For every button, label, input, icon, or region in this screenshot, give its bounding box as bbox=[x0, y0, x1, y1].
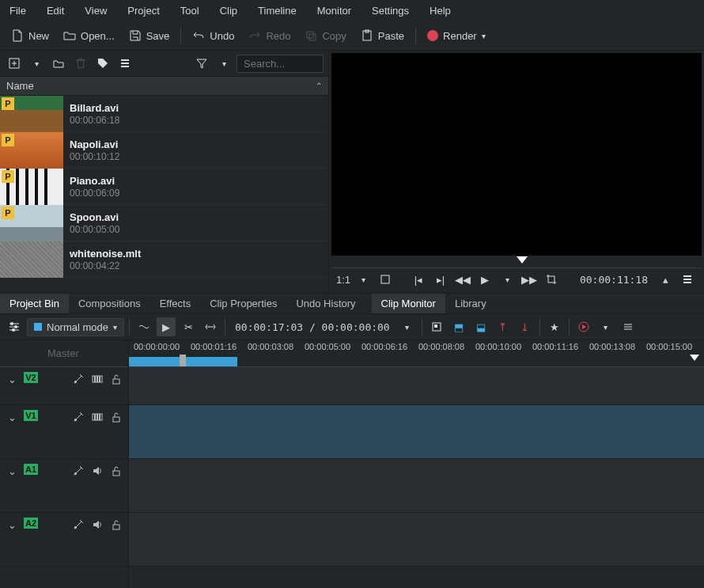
monitor-timecode[interactable]: 00:00:11:18 bbox=[575, 274, 653, 286]
monitor-menu-button[interactable] bbox=[678, 270, 697, 289]
extract-button[interactable]: ⤒ bbox=[494, 317, 513, 336]
tab-undo-history[interactable]: Undo History bbox=[286, 294, 365, 313]
new-button[interactable]: New bbox=[6, 26, 54, 45]
track-lane[interactable] bbox=[129, 513, 704, 567]
razor-tool-button[interactable]: ✂ bbox=[179, 317, 198, 336]
effects-track-button[interactable] bbox=[71, 464, 85, 478]
playhead-indicator-icon[interactable] bbox=[690, 355, 699, 366]
lift-button[interactable]: ⤓ bbox=[516, 317, 535, 336]
crop-button[interactable] bbox=[542, 270, 561, 289]
zone-handle[interactable] bbox=[180, 355, 186, 366]
effects-track-button[interactable] bbox=[71, 410, 85, 424]
undo-button[interactable]: Undo bbox=[187, 26, 239, 45]
open-button[interactable]: Open... bbox=[59, 26, 119, 45]
forward-button[interactable]: ▶▶ bbox=[520, 270, 539, 289]
bin-item[interactable]: P Billard.avi 00:00:06:18 bbox=[0, 96, 328, 132]
monitor-scale[interactable]: 1:1 bbox=[336, 274, 350, 286]
collapse-track-button[interactable]: ⌄ bbox=[5, 464, 19, 478]
track-header[interactable]: ⌄ A2 bbox=[0, 513, 128, 567]
search-input[interactable] bbox=[237, 55, 324, 73]
lock-track-button[interactable] bbox=[109, 464, 123, 478]
preview-dropdown[interactable]: ▾ bbox=[596, 317, 615, 336]
menu-timeline[interactable]: Timeline bbox=[255, 3, 300, 18]
bin-item[interactable]: P Napoli.avi 00:00:10:12 bbox=[0, 132, 328, 169]
add-clip-dropdown[interactable]: ▾ bbox=[27, 54, 46, 73]
collapse-track-button[interactable]: ⌄ bbox=[5, 518, 19, 532]
effects-track-button[interactable] bbox=[71, 518, 85, 532]
tag-button[interactable] bbox=[93, 54, 112, 73]
timeline-ruler[interactable]: 00:00:00:0000:00:01:1600:00:03:0800:00:0… bbox=[129, 340, 704, 367]
hide-track-button[interactable] bbox=[90, 372, 104, 386]
rewind-button[interactable]: ◀◀ bbox=[453, 270, 472, 289]
overwrite-button[interactable]: ⬓ bbox=[471, 317, 490, 336]
lock-track-button[interactable] bbox=[109, 410, 123, 424]
menu-project[interactable]: Project bbox=[124, 3, 162, 18]
mix-button[interactable] bbox=[427, 317, 446, 336]
monitor-scrubber[interactable] bbox=[331, 257, 702, 268]
menu-monitor[interactable]: Monitor bbox=[314, 3, 354, 18]
bin-item[interactable]: whitenoise.mlt 00:00:04:22 bbox=[0, 241, 328, 278]
tc-dropdown[interactable]: ▾ bbox=[398, 317, 417, 336]
paste-button[interactable]: Paste bbox=[356, 26, 409, 45]
tab-library[interactable]: Library bbox=[445, 294, 496, 313]
play-dropdown[interactable]: ▾ bbox=[498, 270, 517, 289]
filter-button[interactable] bbox=[192, 54, 211, 73]
track-lane[interactable] bbox=[129, 459, 704, 513]
track-lane[interactable] bbox=[129, 367, 704, 405]
tab-project-bin[interactable]: Project Bin bbox=[0, 294, 69, 313]
favorite-button[interactable]: ★ bbox=[545, 317, 564, 336]
timeline-config-button[interactable] bbox=[619, 317, 638, 336]
goto-start-button[interactable]: |◂ bbox=[409, 270, 428, 289]
tab-clip-properties[interactable]: Clip Properties bbox=[200, 294, 286, 313]
tab-compositions[interactable]: Compositions bbox=[69, 294, 150, 313]
edit-mode-select[interactable]: Normal mode ▾ bbox=[27, 318, 124, 336]
track-header[interactable]: ⌄ V1 bbox=[0, 405, 128, 459]
play-button[interactable]: ▶ bbox=[475, 270, 494, 289]
bin-item[interactable]: P Piano.avi 00:00:06:09 bbox=[0, 169, 328, 205]
tab-effects[interactable]: Effects bbox=[150, 294, 201, 313]
goto-end-button[interactable]: ▸| bbox=[431, 270, 450, 289]
in-out-icon[interactable] bbox=[376, 270, 395, 289]
menu-button[interactable] bbox=[115, 54, 134, 73]
pointer-tool-button[interactable]: ▶ bbox=[157, 317, 176, 336]
bin-item[interactable]: P Spoon.avi 00:00:05:00 bbox=[0, 205, 328, 241]
render-button[interactable]: Render ▾ bbox=[422, 27, 490, 45]
tab-clip-monitor[interactable]: Clip Monitor bbox=[372, 294, 445, 313]
spacer-tool-button[interactable] bbox=[201, 317, 220, 336]
preview-render-button[interactable] bbox=[574, 317, 593, 336]
timeline-settings-button[interactable] bbox=[5, 317, 24, 336]
track-header[interactable]: ⌄ V2 bbox=[0, 367, 128, 405]
tc-step-up[interactable]: ▴ bbox=[656, 270, 675, 289]
mute-track-button[interactable] bbox=[90, 518, 104, 532]
folder-add-button[interactable] bbox=[49, 54, 68, 73]
menu-help[interactable]: Help bbox=[426, 3, 454, 18]
insert-button[interactable]: ⬒ bbox=[449, 317, 468, 336]
save-button[interactable]: Save bbox=[124, 26, 175, 45]
lock-track-button[interactable] bbox=[109, 518, 123, 532]
clip-monitor-panel: 1:1 ▾ |◂ ▸| ◀◀ ▶ ▾ ▶▶ 00:00:11:18 ▴ bbox=[329, 51, 704, 293]
collapse-track-button[interactable]: ⌄ bbox=[5, 410, 19, 424]
menu-settings[interactable]: Settings bbox=[369, 3, 412, 18]
menu-clip[interactable]: Clip bbox=[217, 3, 240, 18]
lock-track-button[interactable] bbox=[109, 372, 123, 386]
save-label: Save bbox=[146, 30, 170, 42]
playhead-icon[interactable] bbox=[517, 256, 528, 264]
menu-edit[interactable]: Edit bbox=[44, 3, 67, 18]
effects-track-button[interactable] bbox=[71, 372, 85, 386]
menu-file[interactable]: File bbox=[6, 3, 29, 18]
timeline-timecode[interactable]: 00:00:17:03 / 00:00:00:00 bbox=[230, 321, 395, 333]
hide-track-button[interactable] bbox=[90, 410, 104, 424]
filter-dropdown[interactable]: ▾ bbox=[214, 54, 233, 73]
monitor-viewport[interactable] bbox=[331, 53, 702, 256]
menu-tool[interactable]: Tool bbox=[177, 3, 202, 18]
track-lane[interactable] bbox=[129, 405, 704, 459]
add-clip-button[interactable] bbox=[5, 54, 24, 73]
scale-dropdown[interactable]: ▾ bbox=[354, 270, 373, 289]
menu-view[interactable]: View bbox=[81, 3, 110, 18]
collapse-track-button[interactable]: ⌄ bbox=[5, 372, 19, 386]
ruler-tick: 00:00:03:08 bbox=[248, 342, 293, 351]
mute-track-button[interactable] bbox=[90, 464, 104, 478]
track-header[interactable]: ⌄ A1 bbox=[0, 459, 128, 513]
composition-button[interactable] bbox=[134, 317, 153, 336]
bin-column-header[interactable]: Name ⌃ bbox=[0, 76, 328, 96]
